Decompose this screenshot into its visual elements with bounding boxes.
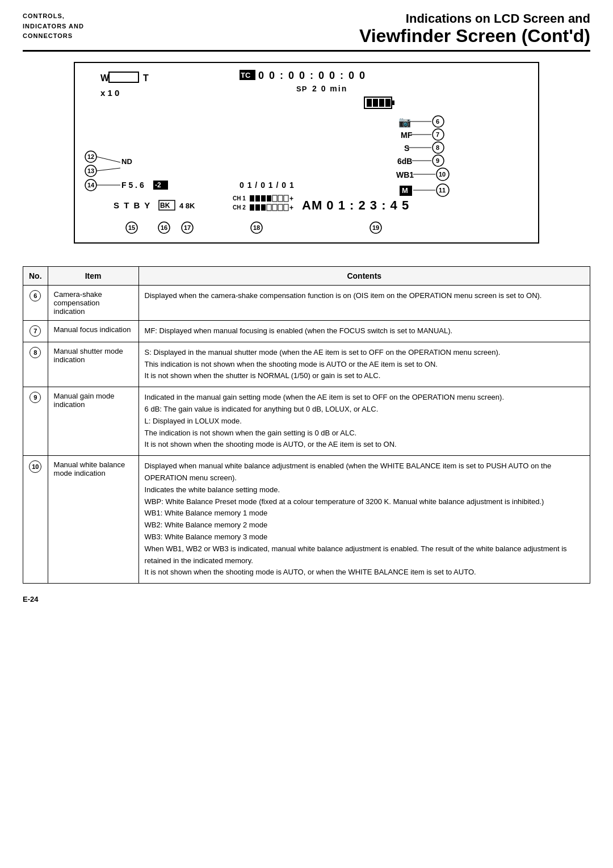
svg-text:17: 17 [184, 224, 191, 231]
svg-rect-80 [284, 204, 288, 211]
svg-text:13: 13 [87, 167, 94, 174]
svg-text:📷: 📷 [398, 116, 412, 128]
title-line2: Viewfinder Screen (Cont'd) [125, 26, 590, 47]
row-item: Manual white balance mode indication [48, 456, 138, 584]
svg-rect-78 [272, 204, 277, 211]
row-contents: Displayed when the camera-shake compensa… [138, 286, 590, 321]
svg-text:W: W [100, 73, 110, 83]
table-row: 9 Manual gain mode indication Indicated … [23, 387, 590, 456]
row-num: 10 [23, 456, 48, 584]
row-contents: Displayed when manual white balance adju… [138, 456, 590, 584]
row-item: Camera-shake compensation indication [48, 286, 138, 321]
col-contents: Contents [138, 267, 590, 286]
svg-rect-10 [392, 100, 394, 105]
svg-text:10: 10 [439, 171, 446, 178]
svg-rect-75 [255, 204, 260, 211]
svg-rect-71 [284, 195, 288, 202]
svg-text:F 5 . 6: F 5 . 6 [121, 181, 144, 190]
header-title: Indications on LCD Screen and Viewfinder… [125, 11, 590, 47]
svg-rect-1 [109, 72, 138, 82]
lcd-diagram: W T x 1 0 TC 0 0 : 0 0 : 0 0 : 0 0 SP 2 … [74, 62, 539, 244]
svg-rect-67 [261, 195, 266, 202]
svg-text:14: 14 [87, 182, 95, 188]
svg-text:12: 12 [87, 153, 94, 160]
col-no: No. [23, 267, 48, 286]
svg-text:16: 16 [161, 224, 167, 231]
svg-text:x 1 0: x 1 0 [100, 88, 119, 98]
row-num: 9 [23, 387, 48, 456]
svg-text:7: 7 [436, 131, 439, 138]
svg-text:11: 11 [439, 187, 446, 194]
svg-text:AM 0 1 : 2 3 : 4 5: AM 0 1 : 2 3 : 4 5 [302, 198, 409, 212]
svg-text:BK: BK [160, 202, 170, 209]
page-footer: E-24 [23, 595, 590, 603]
row-item: Manual shutter mode indication [48, 342, 138, 387]
page-container: CONTROLS, INDICATORS AND CONNECTORS Indi… [0, 0, 613, 620]
svg-text:CH 1: CH 1 [233, 195, 246, 202]
svg-text:9: 9 [436, 157, 439, 164]
svg-text:CH 2: CH 2 [233, 204, 246, 211]
svg-rect-68 [267, 195, 271, 202]
row-contents: Indicated in the manual gain setting mod… [138, 387, 590, 456]
title-line1: Indications on LCD Screen and [125, 11, 590, 26]
svg-text:SP: SP [296, 85, 307, 93]
svg-text:4 8K: 4 8K [179, 202, 195, 210]
svg-text:TC: TC [241, 71, 251, 79]
svg-rect-70 [278, 195, 283, 202]
svg-text:18: 18 [253, 224, 260, 231]
page-number: E-24 [23, 595, 38, 603]
table-row: 7 Manual focus indication MF: Displayed … [23, 321, 590, 342]
svg-text:6dB: 6dB [397, 157, 412, 166]
row-num: 7 [23, 321, 48, 342]
svg-text:0 0 : 0 0 : 0 0 : 0 0: 0 0 : 0 0 : 0 0 : 0 0 [258, 70, 366, 81]
svg-text:0 1 / 0 1 / 0 1: 0 1 / 0 1 / 0 1 [240, 181, 295, 190]
svg-text:8: 8 [436, 144, 439, 151]
svg-line-47 [96, 168, 120, 171]
header-controls: CONTROLS, [23, 11, 125, 22]
svg-text:T: T [143, 73, 149, 83]
svg-text:+: + [289, 204, 293, 212]
svg-text:MF: MF [401, 131, 413, 140]
svg-rect-79 [278, 204, 283, 211]
svg-rect-11 [367, 99, 372, 107]
diagram-svg: W T x 1 0 TC 0 0 : 0 0 : 0 0 : 0 0 SP 2 … [75, 63, 540, 245]
table-row: 6 Camera-shake compensation indication D… [23, 286, 590, 321]
svg-text:WB1: WB1 [396, 170, 414, 179]
svg-rect-12 [373, 99, 378, 107]
header-left: CONTROLS, INDICATORS AND CONNECTORS [23, 11, 125, 41]
svg-text:S: S [404, 144, 409, 153]
svg-rect-77 [267, 204, 271, 211]
svg-text:15: 15 [128, 224, 135, 231]
svg-text:S T B Y: S T B Y [114, 200, 151, 210]
svg-rect-13 [379, 99, 384, 107]
svg-text:ND: ND [121, 157, 132, 166]
row-item: Manual gain mode indication [48, 387, 138, 456]
row-item: Manual focus indication [48, 321, 138, 342]
svg-text:-2: -2 [155, 181, 161, 189]
row-contents: S: Displayed in the manual shutter mode … [138, 342, 590, 387]
svg-rect-69 [272, 195, 277, 202]
col-item: Item [48, 267, 138, 286]
reference-table: No. Item Contents 6 Camera-shake compens… [23, 266, 590, 584]
header-indicators: INDICATORS AND CONNECTORS [23, 22, 125, 41]
table-row: 8 Manual shutter mode indication S: Disp… [23, 342, 590, 387]
svg-text:2 0 min: 2 0 min [312, 84, 347, 93]
svg-line-46 [96, 157, 120, 162]
svg-text:M: M [402, 186, 408, 195]
svg-text:19: 19 [372, 224, 379, 231]
row-num: 6 [23, 286, 48, 321]
page-header: CONTROLS, INDICATORS AND CONNECTORS Indi… [23, 11, 590, 52]
svg-text:+: + [289, 195, 293, 203]
row-num: 8 [23, 342, 48, 387]
svg-rect-74 [250, 204, 254, 211]
table-row: 10 Manual white balance mode indication … [23, 456, 590, 584]
row-contents: MF: Displayed when manual focusing is en… [138, 321, 590, 342]
svg-rect-14 [385, 99, 391, 107]
svg-rect-65 [250, 195, 254, 202]
svg-rect-76 [261, 204, 266, 211]
svg-text:6: 6 [436, 118, 439, 125]
svg-rect-66 [255, 195, 260, 202]
